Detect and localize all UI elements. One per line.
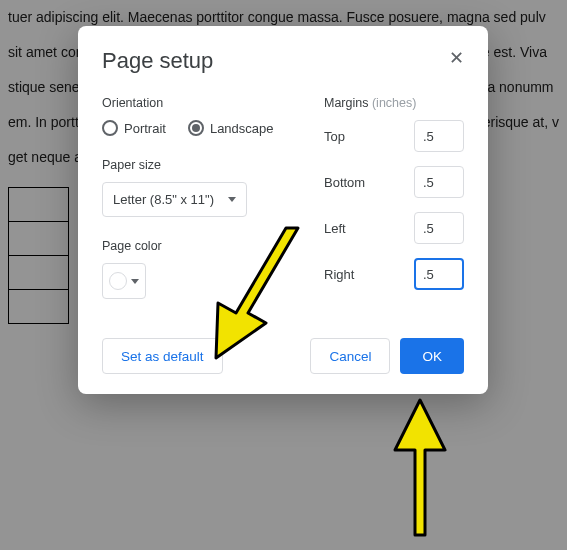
margin-top-input[interactable] (414, 120, 464, 152)
paper-size-select[interactable]: Letter (8.5" x 11") (102, 182, 247, 217)
dialog-title: Page setup (102, 48, 464, 74)
close-icon: ✕ (449, 47, 464, 69)
page-setup-dialog: Page setup ✕ Orientation Portrait Landsc… (78, 26, 488, 394)
cancel-button[interactable]: Cancel (310, 338, 390, 374)
caret-down-icon (131, 279, 139, 284)
caret-down-icon (228, 197, 236, 202)
margin-bottom-label: Bottom (324, 175, 365, 190)
radio-label: Portrait (124, 121, 166, 136)
close-button[interactable]: ✕ (446, 48, 466, 68)
margin-right-label: Right (324, 267, 354, 282)
orientation-label: Orientation (102, 96, 300, 110)
set-as-default-button[interactable]: Set as default (102, 338, 223, 374)
margins-label: Margins (inches) (324, 96, 464, 110)
orientation-landscape-radio[interactable]: Landscape (188, 120, 274, 136)
paper-size-value: Letter (8.5" x 11") (113, 192, 214, 207)
ok-button[interactable]: OK (400, 338, 464, 374)
page-color-label: Page color (102, 239, 300, 253)
radio-label: Landscape (210, 121, 274, 136)
radio-icon (102, 120, 118, 136)
margin-bottom-input[interactable] (414, 166, 464, 198)
orientation-portrait-radio[interactable]: Portrait (102, 120, 166, 136)
margin-left-label: Left (324, 221, 346, 236)
paper-size-label: Paper size (102, 158, 300, 172)
color-swatch-icon (109, 272, 127, 290)
margin-right-input[interactable] (414, 258, 464, 290)
margin-top-label: Top (324, 129, 345, 144)
page-color-picker[interactable] (102, 263, 146, 299)
radio-icon (188, 120, 204, 136)
margin-left-input[interactable] (414, 212, 464, 244)
